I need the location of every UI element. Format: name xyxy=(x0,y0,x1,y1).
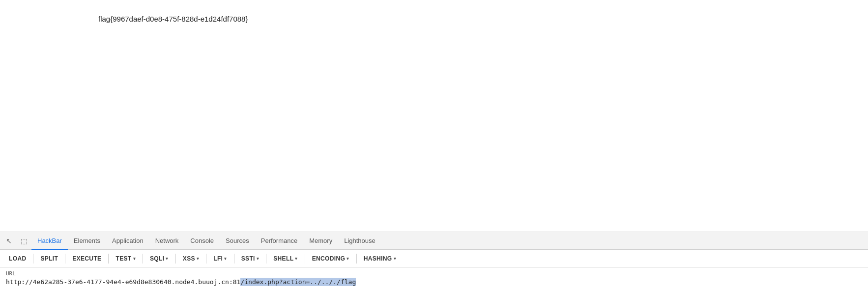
divider-7 xyxy=(234,254,234,264)
tab-memory[interactable]: Memory xyxy=(303,232,338,250)
execute-button[interactable]: EXECUTE xyxy=(67,253,106,264)
shell-button[interactable]: SHELL ▾ xyxy=(268,253,303,264)
url-highlighted-part: /index.php?action=../.././flag xyxy=(240,278,356,286)
load-button[interactable]: LOAD xyxy=(4,253,31,264)
sqli-button[interactable]: SQLI ▾ xyxy=(145,253,174,264)
encoding-button[interactable]: ENCODING ▾ xyxy=(307,253,354,264)
shell-arrow: ▾ xyxy=(295,256,297,261)
devtools-tab-bar: ↖ ⬚ HackBar Elements Application Network… xyxy=(0,232,868,250)
encoding-arrow: ▾ xyxy=(347,256,349,261)
divider-4 xyxy=(143,254,143,264)
hackbar-toolbar: LOAD SPLIT EXECUTE TEST ▾ SQLI ▾ XSS ▾ L… xyxy=(0,250,868,267)
test-arrow: ▾ xyxy=(133,256,136,261)
lfi-arrow: ▾ xyxy=(224,256,227,261)
tab-hackbar[interactable]: HackBar xyxy=(31,232,68,250)
tab-lighthouse[interactable]: Lighthouse xyxy=(338,232,381,250)
url-label: URL xyxy=(6,270,862,277)
xss-arrow: ▾ xyxy=(197,256,199,261)
divider-9 xyxy=(305,254,305,264)
url-plain-part: http://4e62a285-37e6-4177-94e4-e69d8e830… xyxy=(6,278,240,286)
test-button[interactable]: TEST ▾ xyxy=(111,253,140,264)
tab-performance[interactable]: Performance xyxy=(255,232,303,250)
divider-5 xyxy=(175,254,176,264)
devtools-panel: ↖ ⬚ HackBar Elements Application Network… xyxy=(0,232,868,290)
tab-network[interactable]: Network xyxy=(149,232,185,250)
hashing-arrow: ▾ xyxy=(394,256,396,261)
flag-text: flag{9967daef-d0e8-475f-828d-e1d24fdf708… xyxy=(98,15,248,23)
ssti-button[interactable]: SSTI ▾ xyxy=(236,253,264,264)
divider-2 xyxy=(65,254,65,264)
sqli-arrow: ▾ xyxy=(166,256,168,261)
tab-application[interactable]: Application xyxy=(106,232,149,250)
main-content: flag{9967daef-d0e8-475f-828d-e1d24fdf708… xyxy=(0,0,868,232)
tab-elements[interactable]: Elements xyxy=(68,232,106,250)
ssti-arrow: ▾ xyxy=(257,256,259,261)
tab-console[interactable]: Console xyxy=(184,232,220,250)
divider-10 xyxy=(356,254,357,264)
divider-8 xyxy=(266,254,266,264)
split-button[interactable]: SPLIT xyxy=(35,253,63,264)
divider-1 xyxy=(33,254,33,264)
hashing-button[interactable]: HASHING ▾ xyxy=(359,253,401,264)
url-value[interactable]: http://4e62a285-37e6-4177-94e4-e69d8e830… xyxy=(6,278,862,286)
divider-6 xyxy=(206,254,206,264)
xss-button[interactable]: XSS ▾ xyxy=(178,253,204,264)
url-area: URL http://4e62a285-37e6-4177-94e4-e69d8… xyxy=(0,267,868,290)
lfi-button[interactable]: LFI ▾ xyxy=(208,253,231,264)
tab-sources[interactable]: Sources xyxy=(220,232,255,250)
inspect-icon[interactable]: ⬚ xyxy=(17,234,30,248)
divider-3 xyxy=(108,254,109,264)
cursor-icon[interactable]: ↖ xyxy=(2,234,16,248)
